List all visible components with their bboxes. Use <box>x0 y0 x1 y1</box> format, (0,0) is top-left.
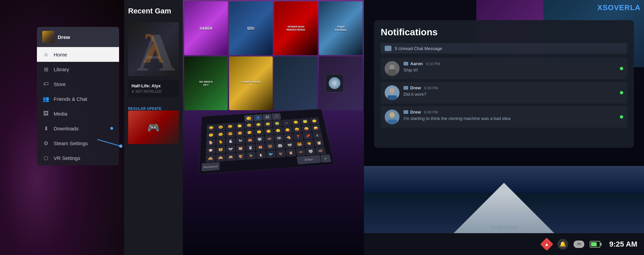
kb-emoji-5[interactable]: 😆 <box>245 122 254 129</box>
kb-emoji-18[interactable]: 😗 <box>254 128 264 136</box>
kb-emoji-14[interactable]: 😉 <box>216 131 225 138</box>
kb-emoji-8[interactable]: 🤣 <box>272 120 282 127</box>
notification-item-drew-1[interactable]: Drew 6:09 PM Did it work? <box>381 82 627 103</box>
kb-emoji-35[interactable]: 📌 <box>303 132 313 140</box>
kb-emoji-19[interactable]: 😚 <box>264 128 273 135</box>
kb-emoji-39[interactable]: 🐭 <box>226 145 235 153</box>
kb-emoji-13[interactable]: 🙃 <box>206 131 215 139</box>
kb-emoji-25[interactable]: 🐕 <box>206 139 215 146</box>
game-card-sabers[interactable]: SABER <box>184 1 228 55</box>
kb-emoji-57[interactable]: 🦉 <box>286 149 296 157</box>
kb-emoji-36[interactable]: & <box>312 132 322 139</box>
menu-label-home: Home <box>54 52 67 57</box>
kb-emoji-54[interactable]: 🐧 <box>256 151 266 159</box>
game-card-edu[interactable]: EDU <box>229 1 273 55</box>
kb-emoji-22[interactable]: 😛 <box>292 126 302 133</box>
game-card-spiderman[interactable]: SPIDER-MANREMASTERED <box>274 1 318 55</box>
landscape-scene <box>364 166 644 233</box>
kb-emoji-28[interactable]: 🐿 <box>235 137 245 144</box>
notification-bell-icon[interactable]: 🔔 <box>557 239 568 250</box>
kb-emoji-49[interactable]: 🙈 <box>206 154 215 162</box>
kb-enter[interactable]: Enter <box>297 155 321 164</box>
kb-emoji-51[interactable]: 🙊 <box>226 153 235 161</box>
kb-emoji-33[interactable]: 🐴 <box>284 134 293 141</box>
kb-emoji-17[interactable]: 😘 <box>245 129 254 136</box>
steam-deck-icon[interactable]: ▲ <box>541 239 552 250</box>
kb-emoji-3[interactable]: 😄 <box>226 123 234 130</box>
kb-emoji-26[interactable]: 🐈 <box>216 138 225 146</box>
kb-emoji-7[interactable]: 😂 <box>263 121 273 128</box>
kb-emoji-40[interactable]: 🐹 <box>236 144 245 152</box>
sender-row-drew-1: Drew 6:09 PM <box>404 85 623 90</box>
kb-emoji-38[interactable]: 🐱 <box>216 146 225 154</box>
recent-games-panel: Recent Gam λ A Half-Life: Alyx ⬇ NOT INS… <box>124 0 183 255</box>
kb-emoji-32[interactable]: 🦝 <box>274 134 284 141</box>
kb-emoji-37[interactable]: 🐶 <box>206 146 215 154</box>
kb-emoji-41[interactable]: 🐰 <box>246 144 255 152</box>
kb-emoji-2[interactable]: 😃 <box>216 124 225 131</box>
kb-emoji-42[interactable]: 🦊 <box>256 143 265 151</box>
kb-emoji-27[interactable]: 🐇 <box>226 137 235 145</box>
kb-key-emoji-tab[interactable]: 😊 <box>244 115 253 122</box>
menu-item-library[interactable]: ⊞ Library <box>37 62 119 77</box>
game-card-nms[interactable]: NO MAN'SSKY <box>184 56 228 110</box>
kb-emoji-55[interactable]: 🐦 <box>266 150 276 158</box>
kb-emoji-59[interactable]: 🐺 <box>306 147 316 155</box>
kb-emoji-53[interactable]: 🦆 <box>246 152 256 160</box>
kb-emoji-52[interactable]: 🐒 <box>236 152 246 160</box>
kb-emoji-60[interactable]: 🐗 <box>315 147 326 155</box>
kb-emoji-29[interactable]: 🦊 <box>245 136 255 143</box>
menu-item-home[interactable]: ⌂ Home <box>37 47 119 62</box>
menu-label-friends: Friends & Chat <box>54 96 87 102</box>
menu-user-row[interactable]: Drew <box>37 27 119 47</box>
kb-emoji-6[interactable]: 😅 <box>254 121 263 128</box>
kb-key-media[interactable]: 🎵 <box>272 113 281 120</box>
kb-emoji-34[interactable]: 📍 <box>293 133 303 140</box>
game-card-extra1[interactable] <box>274 56 318 110</box>
game-card-flight[interactable]: FlightSimulator <box>319 1 363 55</box>
kb-backspace[interactable]: Backspace <box>202 162 219 171</box>
kb-emoji-15[interactable]: 😍 <box>226 130 235 137</box>
diamond-inner: ▲ <box>545 241 549 247</box>
notification-item-drew-2[interactable]: Drew 6:09 PM I'm starting to think the c… <box>381 106 627 128</box>
menu-item-store[interactable]: 🏷 Store <box>37 77 119 91</box>
kb-emoji-43[interactable]: 🐻 <box>265 142 275 150</box>
notification-item-aaron[interactable]: Aaron 6:10 PM Ship it!! <box>381 58 627 79</box>
kb-key-person[interactable]: 👤 <box>253 114 262 121</box>
menu-item-media[interactable]: 🖼 Media <box>37 106 119 121</box>
game-thumb-small[interactable]: 🎮 <box>128 111 179 144</box>
kb-emoji-1[interactable]: 😀 <box>207 124 215 131</box>
kb-emoji-58[interactable]: 🦇 <box>296 148 306 156</box>
controller-icon[interactable]: 🎮 <box>574 239 584 250</box>
kb-emoji-11[interactable]: 😇 <box>300 118 310 125</box>
kb-emoji-45[interactable]: 🐨 <box>285 141 295 149</box>
kb-emoji-44[interactable]: 🐼 <box>275 142 285 150</box>
kb-emoji-31[interactable]: 🐗 <box>265 135 274 142</box>
steam-logo <box>329 77 340 89</box>
kb-emoji-48[interactable]: 🐮 <box>314 139 324 147</box>
steam-button-vr[interactable] <box>325 74 344 92</box>
kb-emoji-47[interactable]: 🦁 <box>304 140 314 147</box>
kb-emoji-46[interactable]: 🐯 <box>294 140 305 148</box>
kb-emoji-24[interactable]: 🤪 <box>311 125 321 132</box>
kb-emoji-16[interactable]: 🤩 <box>235 129 245 137</box>
menu-item-friends[interactable]: 👥 Friends & Chat <box>37 91 119 106</box>
sender-name-aaron: Aaron <box>410 61 423 66</box>
kb-emoji-12[interactable]: 🙂 <box>309 118 319 125</box>
kb-emoji-4[interactable]: 😁 <box>235 122 244 129</box>
kb-emoji-21[interactable]: 😋 <box>283 126 292 133</box>
downloads-dot <box>110 127 113 130</box>
kb-emoji-23[interactable]: 😜 <box>302 125 311 132</box>
halflife-cover[interactable]: λ A <box>128 22 179 76</box>
kb-emoji-56[interactable]: 🦅 <box>276 150 286 158</box>
menu-label-downloads: Downloads <box>54 126 78 131</box>
menu-item-downloads[interactable]: ⬇ Downloads <box>37 121 119 136</box>
kb-key-photo[interactable]: 🖼 <box>263 114 272 120</box>
kb-emoji-10[interactable]: 😊 <box>291 119 301 126</box>
kb-emoji-50[interactable]: 🙉 <box>216 154 225 162</box>
kb-emoji-30[interactable]: 🐺 <box>255 135 264 143</box>
kb-checkmark[interactable]: ✓ <box>320 154 331 162</box>
kb-emoji-20[interactable]: 😙 <box>273 127 283 134</box>
kb-emoji-9[interactable]: ☺️ <box>282 119 291 126</box>
game-card-overcooked[interactable]: OVERCOOKED2 <box>229 56 273 110</box>
